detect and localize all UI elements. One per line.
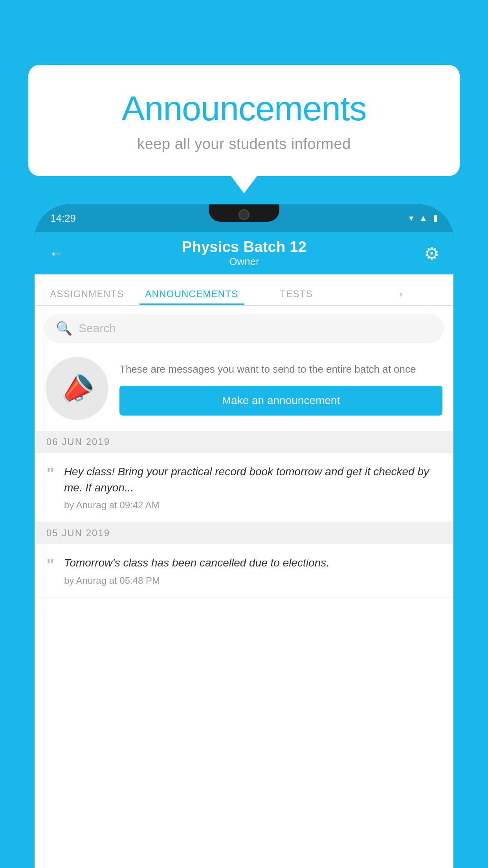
tab-bar: ASSIGNMENTS ANNOUNCEMENTS TESTS › — [35, 274, 453, 306]
promo-text-area: These are messages you want to send to t… — [119, 362, 442, 416]
tab-tests[interactable]: TESTS — [244, 289, 349, 305]
phone-camera — [238, 209, 250, 220]
bubble-title: Announcements — [56, 88, 432, 129]
search-icon: 🔍 — [56, 320, 72, 336]
status-time: 14:29 — [50, 212, 76, 224]
date-separator-2: 05 JUN 2019 — [35, 522, 453, 544]
announcement-text-1: Hey class! Bring your practical record b… — [64, 464, 442, 496]
battery-icon: ▮ — [433, 213, 438, 223]
quote-icon-2: " — [46, 557, 55, 574]
announcement-item-2[interactable]: " Tomorrow's class has been cancelled du… — [35, 544, 453, 598]
settings-gear-icon[interactable]: ⚙ — [424, 243, 439, 263]
announcement-meta-1: by Anurag at 09:42 AM — [64, 500, 442, 511]
announcement-item-1[interactable]: " Hey class! Bring your practical record… — [35, 453, 453, 522]
promo-icon-circle: 📣 — [46, 357, 108, 420]
app-bar-subtitle: Owner — [182, 256, 306, 268]
tab-announcements[interactable]: ANNOUNCEMENTS — [139, 289, 244, 305]
date-separator-1: 06 JUN 2019 — [35, 431, 453, 453]
announcement-content-2: Tomorrow's class has been cancelled due … — [64, 555, 329, 586]
status-icons: ▾ ▲ ▮ — [409, 213, 438, 223]
app-bar: ← Physics Batch 12 Owner ⚙ — [35, 232, 453, 274]
promo-description: These are messages you want to send to t… — [119, 362, 442, 377]
tab-more[interactable]: › — [349, 289, 454, 305]
promo-area: 📣 These are messages you want to send to… — [35, 343, 453, 431]
announcement-content-1: Hey class! Bring your practical record b… — [64, 464, 442, 511]
tab-assignments[interactable]: ASSIGNMENTS — [35, 289, 139, 305]
phone-screen: 🔍 Search 📣 These are messages you want t… — [35, 306, 453, 868]
quote-icon-1: " — [46, 465, 55, 483]
back-button[interactable]: ← — [49, 245, 64, 262]
search-placeholder: Search — [79, 322, 116, 335]
speech-bubble: Announcements keep all your students inf… — [28, 65, 460, 176]
signal-icon: ▲ — [419, 213, 427, 223]
speech-bubble-container: Announcements keep all your students inf… — [28, 65, 460, 176]
search-bar[interactable]: 🔍 Search — [44, 314, 444, 343]
megaphone-icon: 📣 — [55, 367, 99, 410]
announcement-meta-2: by Anurag at 05:48 PM — [64, 575, 329, 586]
bubble-subtitle: keep all your students informed — [56, 136, 432, 153]
wifi-icon: ▾ — [409, 213, 413, 223]
announcement-text-2: Tomorrow's class has been cancelled due … — [64, 555, 329, 571]
phone-mockup: 14:29 ▾ ▲ ▮ ← Physics Batch 12 Owner ⚙ A… — [35, 204, 453, 868]
phone-notch — [209, 204, 279, 222]
make-announcement-button[interactable]: Make an announcement — [119, 386, 442, 416]
app-bar-title: Physics Batch 12 — [182, 239, 306, 256]
app-bar-title-group: Physics Batch 12 Owner — [182, 239, 306, 268]
